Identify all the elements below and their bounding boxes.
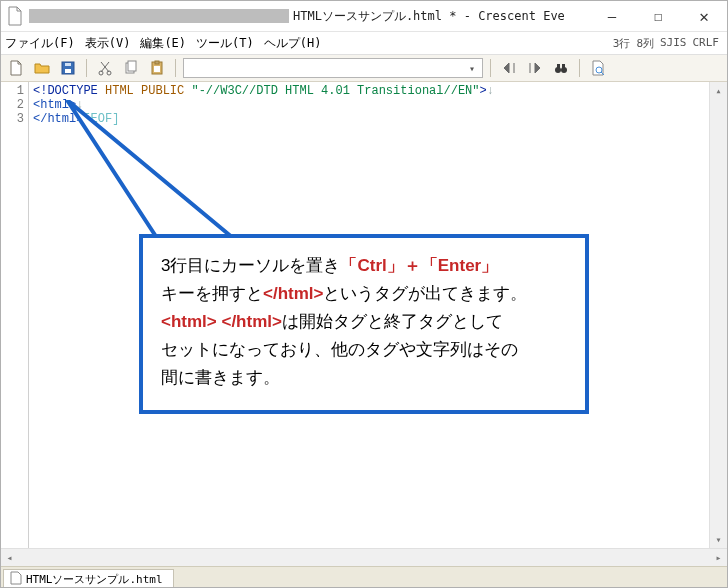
scroll-up-icon[interactable]: ▴ — [710, 82, 727, 99]
window-title: HTMLソースサンプル.html * - Crescent Eve — [293, 8, 565, 25]
token-doctype-kw: HTML PUBLIC — [105, 84, 191, 98]
chevron-down-icon: ▾ — [464, 63, 480, 74]
binoculars-icon[interactable] — [550, 57, 572, 79]
status-encoding: SJIS — [660, 36, 687, 51]
svg-marker-15 — [67, 100, 233, 238]
minimize-button[interactable]: — — [589, 1, 635, 31]
close-button[interactable]: ✕ — [681, 1, 727, 31]
menu-edit[interactable]: 編集(E) — [140, 35, 186, 52]
toolbar-separator — [579, 59, 580, 77]
scroll-track[interactable] — [710, 99, 727, 531]
status-eol: CRLF — [693, 36, 720, 51]
app-window: HTMLソースサンプル.html * - Crescent Eve — ☐ ✕ … — [0, 0, 728, 588]
toolbar-separator — [175, 59, 176, 77]
menu-bar: ファイル(F) 表示(V) 編集(E) ツール(T) ヘルプ(H) 3行 8列 … — [1, 32, 727, 55]
token-doctype-string: "-//W3C//DTD HTML 4.01 Transitional//EN" — [191, 84, 479, 98]
callout-text: 3行目にカーソルを置き「Ctrl」＋「Enter」 キーを押すと</html>と… — [161, 252, 567, 392]
maximize-button[interactable]: ☐ — [635, 1, 681, 31]
search-combo[interactable]: ▾ — [183, 58, 483, 78]
find-prev-button[interactable] — [498, 57, 520, 79]
open-file-button[interactable] — [31, 57, 53, 79]
find-next-button[interactable] — [524, 57, 546, 79]
status-col: 8列 — [636, 36, 654, 51]
svg-rect-1 — [65, 69, 71, 73]
document-tab-strip: HTMLソースサンプル.html — [1, 566, 727, 587]
status-bar-right: 3行 8列 SJIS CRLF — [613, 36, 727, 51]
callout-line2c: というタグが出てきます。 — [323, 284, 527, 303]
copy-button[interactable] — [120, 57, 142, 79]
svg-rect-6 — [128, 61, 136, 71]
toolbar: ▾ — [1, 55, 727, 82]
callout-tag-close: </html> — [263, 284, 323, 303]
editor-area[interactable]: 1 2 3 <!DOCTYPE HTML PUBLIC "-//W3C//DTD… — [1, 82, 727, 548]
callout-tag-pair: <html> </html> — [161, 312, 282, 331]
svg-rect-8 — [155, 61, 159, 64]
title-redacted-path — [29, 9, 289, 23]
toolbar-separator — [86, 59, 87, 77]
token-doctype-open: <!DOCTYPE — [33, 84, 105, 98]
scroll-left-icon[interactable]: ◂ — [1, 549, 18, 566]
callout-line5: 間に書きます。 — [161, 368, 280, 387]
vertical-scrollbar[interactable]: ▴ ▾ — [709, 82, 727, 548]
window-controls: — ☐ ✕ — [589, 1, 727, 31]
toolbar-separator — [490, 59, 491, 77]
menu-file[interactable]: ファイル(F) — [5, 35, 75, 52]
new-file-button[interactable] — [5, 57, 27, 79]
status-line: 3行 — [613, 36, 631, 51]
crlf-marker-icon: ↓ — [487, 84, 494, 98]
line-number: 1 — [1, 84, 24, 98]
title-bar: HTMLソースサンプル.html * - Crescent Eve — ☐ ✕ — [1, 1, 727, 32]
svg-rect-2 — [65, 63, 71, 66]
document-icon — [7, 6, 23, 26]
callout-line4: セットになっており、他のタグや文字列はその — [161, 340, 518, 359]
line-number-gutter: 1 2 3 — [1, 82, 29, 548]
menu-tool[interactable]: ツール(T) — [196, 35, 254, 52]
document-tab[interactable]: HTMLソースサンプル.html — [3, 569, 174, 587]
save-button[interactable] — [57, 57, 79, 79]
menu-help[interactable]: ヘルプ(H) — [264, 35, 322, 52]
menu-view[interactable]: 表示(V) — [85, 35, 131, 52]
document-tab-label: HTMLソースサンプル.html — [26, 572, 163, 587]
scroll-down-icon[interactable]: ▾ — [710, 531, 727, 548]
document-icon — [10, 571, 22, 588]
callout-line2a: キーを押すと — [161, 284, 263, 303]
svg-rect-13 — [562, 64, 565, 68]
line-number: 2 — [1, 98, 24, 112]
svg-rect-9 — [154, 66, 160, 72]
preview-button[interactable] — [587, 57, 609, 79]
callout-pointer — [61, 100, 241, 250]
scroll-track[interactable] — [18, 549, 710, 566]
svg-rect-12 — [557, 64, 560, 68]
horizontal-scrollbar[interactable]: ◂ ▸ — [1, 548, 727, 566]
paste-button[interactable] — [146, 57, 168, 79]
token-doctype-close: > — [479, 84, 486, 98]
callout-line1a: 3行目にカーソルを置き — [161, 256, 340, 275]
callout-keys: 「Ctrl」＋「Enter」 — [340, 256, 498, 275]
line-number: 3 — [1, 112, 24, 126]
instruction-callout: 3行目にカーソルを置き「Ctrl」＋「Enter」 キーを押すと</html>と… — [139, 234, 589, 414]
cut-button[interactable] — [94, 57, 116, 79]
callout-line3b: は開始タグと終了タグとして — [282, 312, 503, 331]
scroll-right-icon[interactable]: ▸ — [710, 549, 727, 566]
